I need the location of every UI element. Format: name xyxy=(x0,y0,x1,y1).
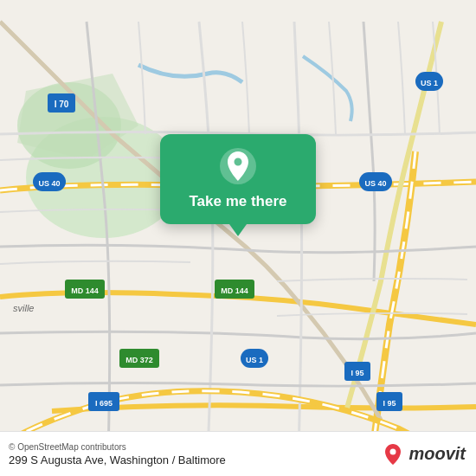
svg-text:US 1: US 1 xyxy=(246,356,263,364)
location-pin-icon xyxy=(218,146,258,186)
popup-label: Take me there xyxy=(189,193,286,210)
copyright-text: © OpenStreetMap contributors xyxy=(9,442,226,452)
svg-text:I 95: I 95 xyxy=(383,399,396,408)
svg-text:I 695: I 695 xyxy=(95,399,113,408)
svg-text:MD 144: MD 144 xyxy=(71,286,99,295)
svg-text:MD 144: MD 144 xyxy=(221,286,248,295)
moovit-logo: moovit xyxy=(381,442,466,466)
moovit-name: moovit xyxy=(408,444,466,464)
svg-text:sville: sville xyxy=(13,303,34,313)
svg-point-27 xyxy=(390,448,396,454)
address-text: 299 S Augusta Ave, Washington / Baltimor… xyxy=(9,453,226,466)
popup-card[interactable]: Take me there xyxy=(160,134,316,224)
svg-text:I 70: I 70 xyxy=(55,100,69,109)
bottom-bar: © OpenStreetMap contributors 299 S Augus… xyxy=(0,431,476,476)
map-svg: I 70 US 40 US 1 US 40 MD 144 MD 144 MD 3… xyxy=(0,0,476,476)
svg-text:I 95: I 95 xyxy=(351,369,363,377)
svg-text:US 40: US 40 xyxy=(364,179,386,188)
bottom-left: © OpenStreetMap contributors 299 S Augus… xyxy=(9,442,226,466)
map-container: I 70 US 40 US 1 US 40 MD 144 MD 144 MD 3… xyxy=(0,0,476,476)
svg-text:MD 372: MD 372 xyxy=(125,356,153,364)
svg-text:US 1: US 1 xyxy=(421,79,438,87)
svg-text:US 40: US 40 xyxy=(38,179,60,188)
popup-tail xyxy=(229,224,247,236)
moovit-pin-icon xyxy=(381,442,405,466)
